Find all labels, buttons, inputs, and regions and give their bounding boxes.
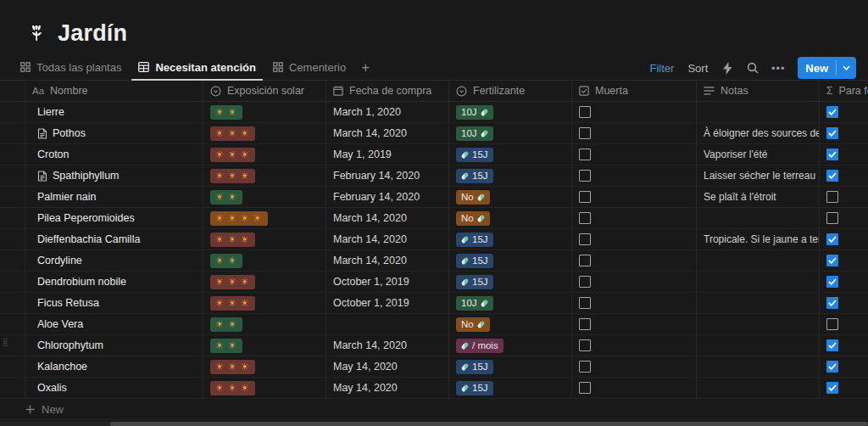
fertilizer-tag[interactable]: 10J xyxy=(456,105,493,120)
dead-checkbox[interactable] xyxy=(579,297,591,309)
para-fer-checkbox[interactable] xyxy=(826,149,838,160)
dead-checkbox[interactable] xyxy=(579,106,591,118)
table-row[interactable]: Dendrobium nobile☀☀☀October 1, 201915J xyxy=(0,272,868,293)
cell-purchase-date[interactable]: February 14, 2020 xyxy=(326,165,449,186)
filter-button[interactable]: Filter xyxy=(647,60,678,76)
cell-para-fer[interactable] xyxy=(820,272,868,292)
cell-notes[interactable] xyxy=(697,250,820,271)
horizontal-scrollbar[interactable] xyxy=(0,422,868,426)
cell-dead[interactable] xyxy=(572,250,697,271)
dead-checkbox[interactable] xyxy=(579,149,591,160)
para-fer-checkbox[interactable] xyxy=(826,339,838,351)
fertilizer-tag[interactable]: 15J xyxy=(456,275,493,289)
cell-notes[interactable]: Se plaît à l'étroit xyxy=(697,187,820,207)
cell-name[interactable]: Oxalis xyxy=(25,378,203,398)
para-fer-checkbox[interactable] xyxy=(826,276,838,288)
cell-purchase-date[interactable]: March 14, 2020 xyxy=(326,250,449,271)
sun-exposure-tag[interactable]: ☀☀☀ xyxy=(210,233,255,247)
sun-exposure-tag[interactable]: ☀☀ xyxy=(210,339,242,353)
cell-fertilizer[interactable]: 15J xyxy=(449,229,572,249)
new-row-button[interactable]: New xyxy=(0,399,868,420)
dead-checkbox[interactable] xyxy=(579,233,591,245)
new-button[interactable]: New xyxy=(798,57,856,79)
cell-sun-exposure[interactable]: ☀☀☀ xyxy=(203,144,326,165)
cell-dead[interactable] xyxy=(572,229,697,249)
cell-name[interactable]: Cordyline xyxy=(25,250,203,271)
sun-exposure-tag[interactable]: ☀☀☀ xyxy=(210,360,255,374)
cell-para-fer[interactable] xyxy=(820,123,868,143)
scrollbar-thumb[interactable] xyxy=(110,422,868,426)
cell-para-fer[interactable] xyxy=(820,187,868,207)
cell-name[interactable]: Pilea Peperomioides xyxy=(25,208,203,228)
cell-name[interactable]: Dieffenbachia Camilla xyxy=(25,229,203,249)
fertilizer-tag[interactable]: 15J xyxy=(456,254,493,268)
sun-exposure-tag[interactable]: ☀☀☀ xyxy=(210,148,255,162)
column-header-4[interactable]: Fertilizante xyxy=(449,81,572,101)
cell-dead[interactable] xyxy=(572,335,697,356)
table-row[interactable]: ⣿Chlorophytum☀☀March 14, 2020/ mois xyxy=(0,335,868,356)
sun-exposure-tag[interactable]: ☀☀ xyxy=(210,105,242,120)
para-fer-checkbox[interactable] xyxy=(826,212,838,224)
cell-notes[interactable]: Tropicale. Si le jaune a tendanc xyxy=(697,229,820,249)
cell-name[interactable]: Aloe Vera xyxy=(25,314,203,334)
table-row[interactable]: Spathiphyllum☀☀☀February 14, 202015JLais… xyxy=(0,165,868,187)
cell-purchase-date[interactable]: May 14, 2020 xyxy=(326,378,449,398)
cell-fertilizer[interactable]: 15J xyxy=(449,144,572,165)
para-fer-checkbox[interactable] xyxy=(826,361,838,373)
fertilizer-tag[interactable]: / mois xyxy=(456,339,504,353)
cell-notes[interactable] xyxy=(697,356,820,377)
cell-para-fer[interactable] xyxy=(820,229,868,249)
cell-sun-exposure[interactable]: ☀☀ xyxy=(203,187,326,207)
cell-para-fer[interactable] xyxy=(820,356,868,377)
column-header-3[interactable]: Fecha de compra xyxy=(326,81,449,101)
cell-para-fer[interactable] xyxy=(820,378,868,398)
sun-exposure-tag[interactable]: ☀☀☀ xyxy=(210,169,255,183)
cell-sun-exposure[interactable]: ☀☀☀ xyxy=(203,293,326,313)
cell-fertilizer[interactable]: 15J xyxy=(449,165,572,186)
cell-fertilizer[interactable]: 15J xyxy=(449,272,572,292)
cell-sun-exposure[interactable]: ☀☀☀ xyxy=(203,378,326,398)
cell-purchase-date[interactable]: March 1, 2020 xyxy=(326,102,449,122)
cell-purchase-date[interactable]: February 14, 2020 xyxy=(326,187,449,207)
fertilizer-tag[interactable]: 15J xyxy=(456,360,493,374)
table-row[interactable]: Pilea Peperomioides☀☀☀☀March 14, 2020No xyxy=(0,208,868,229)
sun-exposure-tag[interactable]: ☀☀☀ xyxy=(210,126,255,141)
cell-sun-exposure[interactable]: ☀☀☀ xyxy=(203,356,326,377)
cell-fertilizer[interactable]: 10J xyxy=(449,123,572,143)
table-row[interactable]: Ficus Retusa☀☀☀October 1, 201910J xyxy=(0,293,868,314)
cell-name[interactable]: Dendrobium nobile xyxy=(25,272,203,292)
sun-exposure-tag[interactable]: ☀☀☀☀ xyxy=(210,211,268,226)
dead-checkbox[interactable] xyxy=(579,318,591,330)
para-fer-checkbox[interactable] xyxy=(826,127,838,139)
cell-para-fer[interactable] xyxy=(820,293,868,313)
cell-sun-exposure[interactable]: ☀☀☀ xyxy=(203,272,326,292)
fertilizer-tag[interactable]: 10J xyxy=(456,296,493,311)
sun-exposure-tag[interactable]: ☀☀☀ xyxy=(210,381,255,395)
cell-purchase-date[interactable]: March 14, 2020 xyxy=(326,229,449,249)
fertilizer-tag[interactable]: No xyxy=(456,190,490,205)
sun-exposure-tag[interactable]: ☀☀ xyxy=(210,254,242,268)
cell-name[interactable]: Spathiphyllum xyxy=(25,165,203,186)
cell-fertilizer[interactable]: 15J xyxy=(449,356,572,377)
cell-dead[interactable] xyxy=(572,272,697,292)
cell-fertilizer[interactable]: No xyxy=(449,208,572,228)
cell-notes[interactable]: Vaporiser l'été xyxy=(697,144,820,165)
cell-sun-exposure[interactable]: ☀☀ xyxy=(203,335,326,356)
cell-para-fer[interactable] xyxy=(820,144,868,165)
tulip-icon[interactable] xyxy=(25,22,47,44)
fertilizer-tag[interactable]: 15J xyxy=(456,148,493,162)
cell-fertilizer[interactable]: 10J xyxy=(449,102,572,122)
cell-purchase-date[interactable]: October 1, 2019 xyxy=(326,293,449,313)
table-row[interactable]: Kalanchoe☀☀☀May 14, 202015J xyxy=(0,356,868,378)
para-fer-checkbox[interactable] xyxy=(826,255,838,266)
para-fer-checkbox[interactable] xyxy=(826,382,838,394)
cell-name[interactable]: Pothos xyxy=(25,123,203,143)
dead-checkbox[interactable] xyxy=(579,191,591,203)
cell-dead[interactable] xyxy=(572,378,697,398)
cell-dead[interactable] xyxy=(572,165,697,186)
column-header-5[interactable]: Muerta xyxy=(572,81,697,101)
cell-notes[interactable] xyxy=(697,293,820,313)
cell-para-fer[interactable] xyxy=(820,335,868,356)
dead-checkbox[interactable] xyxy=(579,212,591,224)
cell-name[interactable]: Ficus Retusa xyxy=(25,293,203,313)
